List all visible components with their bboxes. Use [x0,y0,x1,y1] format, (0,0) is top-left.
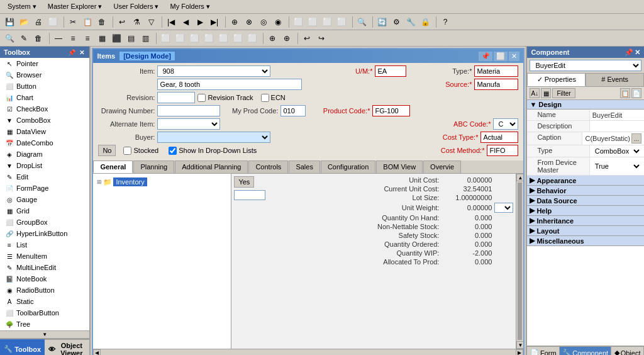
tb2-btn4[interactable]: — [52,32,65,45]
tab-general[interactable]: General [93,161,133,173]
show-drop-checkbox[interactable] [169,147,177,155]
item-desc-input[interactable] [157,79,302,90]
tb2-btn10[interactable]: ▥ [138,32,152,45]
tb-filter2[interactable]: ▽ [144,16,158,28]
menu-system[interactable]: System ▾ [3,1,42,12]
costtype-input[interactable] [480,132,518,143]
tb-first[interactable]: |◀ [164,16,178,28]
tb2-btn12[interactable]: ⬜ [173,32,187,45]
tb-filter[interactable]: ⚗ [130,16,143,28]
tb2-btn11[interactable]: ⬜ [158,32,172,45]
toolbox-item-droplist[interactable]: ▼ DropList [0,160,89,171]
prop-section-datasource[interactable]: ▶ Data Source [527,196,644,206]
tb2-btn17[interactable]: ⬜ [245,32,259,45]
prop-caption-value[interactable]: C(BuyerStatic) ... [582,132,644,145]
toolbox-item-button[interactable]: ⬜ Button [0,81,89,92]
comp-pin-btn[interactable]: 📌 [625,48,633,57]
prop-fromdevice-value[interactable]: True [590,157,644,175]
toolbox-item-pointer[interactable]: ↖ Pointer [0,58,89,69]
comp-close-btn[interactable]: ✕ [635,48,640,57]
prop-section-behavior[interactable]: ▶ Behavior [527,186,644,196]
scroll-up-btn[interactable]: ▲ [516,174,523,181]
tb-search[interactable]: 🔍 [355,16,369,28]
myprod-input[interactable] [280,105,306,116]
toolbox-item-list[interactable]: ≡ List [0,239,89,251]
comp-tab-properties[interactable]: ✓ Properties [527,73,586,86]
tb-help[interactable]: ? [438,16,452,28]
menu-user-folders[interactable]: User Folders ▾ [108,1,164,12]
prop-section-design[interactable]: ▼ Design [527,100,644,110]
tb-settings[interactable]: ⚙ [389,16,403,28]
tb-btn4[interactable]: ⬜ [46,16,60,28]
drawing-input[interactable] [157,105,220,116]
toolbox-item-toolbarbutton[interactable]: ⬜ ToolbarButton [0,307,89,318]
ecn-checkbox[interactable] [261,94,269,102]
toolbox-close-btn[interactable]: ✕ [78,49,86,56]
paste-icon[interactable]: 📄 [631,88,641,98]
toolbox-scroll[interactable]: ▼ [0,330,89,338]
tb-refresh[interactable]: 🔄 [375,16,389,28]
tb2-btn5[interactable]: ≡ [66,32,80,45]
items-pin-btn[interactable]: 📌 [479,52,492,61]
tb2-undo[interactable]: ↩ [300,32,314,45]
toolbox-item-grid[interactable]: ▦ Grid [0,205,89,217]
toolbox-item-dataview[interactable]: ▦ DataView [0,126,89,137]
scroll-down-arrow[interactable]: ▼ [42,332,47,337]
menu-my-folders[interactable]: My Folders ▾ [165,1,214,12]
no-button[interactable]: No [98,145,116,156]
items-close-btn[interactable]: ✕ [509,52,519,61]
toolbox-item-browser[interactable]: 🔍 Browser [0,69,89,81]
toolbox-item-combobox[interactable]: ▼ ComboBox [0,115,89,126]
misc-input-box[interactable] [234,190,265,200]
tb-undo[interactable]: ↩ [115,16,129,28]
tb2-btn3[interactable]: 🗑 [31,32,45,45]
type-input[interactable] [474,65,518,77]
tb-open[interactable]: 📂 [17,16,31,28]
sort-alpha-icon[interactable]: A↓ [530,88,540,98]
toolbox-item-radiobutton[interactable]: ◉ RadioButton [0,285,89,296]
tab-additional-planning[interactable]: Additional Planning [175,161,248,173]
alternate-select[interactable] [157,118,220,130]
comp-tab-events[interactable]: # Events [586,73,644,86]
toolbox-item-formpage[interactable]: 📄 FormPage [0,183,89,194]
tb2-btn18[interactable]: ⊕ [265,32,279,45]
toolbox-tab-objectviewer[interactable]: 👁 Object Viewer [45,339,89,355]
toolbox-item-checkbox[interactable]: ☑ CheckBox [0,103,89,115]
toolbox-item-static[interactable]: A Static [0,296,89,307]
tb-gear2[interactable]: 🔧 [404,16,418,28]
tb-btn-f[interactable]: ⬜ [306,16,319,28]
comp-dropdown[interactable]: BuyerEdit [530,60,641,71]
tb2-btn6[interactable]: ≡ [80,32,94,45]
prop-section-help[interactable]: ▶ Help [527,206,644,216]
tb2-btn1[interactable]: 🔍 [3,32,16,45]
prop-section-appearance[interactable]: ▶ Appearance [527,176,644,186]
toolbox-item-menuitem[interactable]: ☰ MenuItem [0,251,89,262]
tree-item-inventory[interactable]: ⊞ 📁 Inventory [96,176,228,188]
tb-print[interactable]: 🖨 [31,16,45,28]
costmethod-input[interactable] [487,145,518,156]
fromdevice-select[interactable]: True [592,162,641,171]
items-restore-btn[interactable]: ⬜ [494,52,508,61]
tab-configuration[interactable]: Configuration [321,161,375,173]
tb2-btn7[interactable]: ▦ [95,32,109,45]
item-select[interactable]: 908 [157,65,270,77]
comp-bottom-tab-object[interactable]: ◆ Object [611,347,644,355]
prop-section-layout[interactable]: ▶ Layout [527,226,644,236]
scroll-left-btn[interactable]: ◀ [93,349,101,356]
tb-lock[interactable]: 🔒 [418,16,432,28]
tb2-redo[interactable]: ↪ [314,32,328,45]
tb2-btn16[interactable]: ⬜ [231,32,245,45]
tb2-btn9[interactable]: ▤ [124,32,138,45]
tab-bomview[interactable]: BOM View [376,161,423,173]
toolbox-tab-toolbox[interactable]: 🔧 Toolbox [0,339,45,355]
revision-track-checkbox[interactable] [197,94,206,102]
filter-button[interactable]: Filter [552,88,575,98]
prop-section-inheritance[interactable]: ▶ Inheritance [527,216,644,226]
tab-controls[interactable]: Controls [248,161,288,173]
toolbox-item-datecombo[interactable]: 📅 DateCombo [0,137,89,149]
toolbox-item-hyperlinkbutton[interactable]: 🔗 HyperLinkButton [0,228,89,239]
tb-next[interactable]: ▶ [193,16,207,28]
stocked-checkbox[interactable] [123,147,131,155]
tb-btn-e[interactable]: ⬜ [291,16,305,28]
toolbox-item-tree[interactable]: 🌳 Tree [0,318,89,330]
